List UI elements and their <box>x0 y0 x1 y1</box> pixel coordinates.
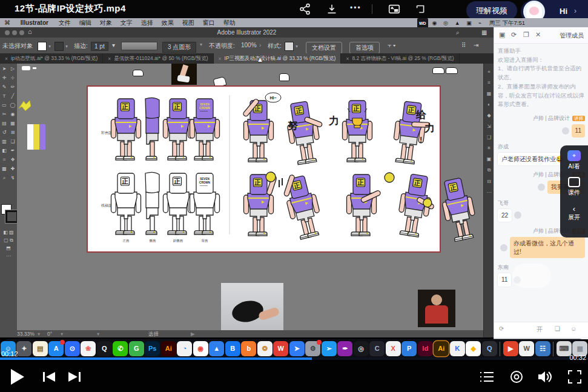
tool-icon[interactable]: ◉ <box>9 111 16 118</box>
tool-icon[interactable]: ▤ <box>1 121 8 127</box>
alert-icon[interactable]: ▣ <box>466 20 472 26</box>
tool-icon[interactable]: ✒ <box>9 148 16 154</box>
dock-p-app-icon[interactable]: P <box>401 341 417 356</box>
color-mode-icon[interactable]: ◧ ▨ <box>0 228 17 236</box>
dock-qq-icon[interactable]: Q <box>97 341 112 356</box>
avatar[interactable] <box>514 211 521 219</box>
dock-cursor-app-icon[interactable]: ➣ <box>322 341 337 356</box>
artboard[interactable]: 正 彩色版 线稿版 <box>87 85 441 253</box>
folder-icon[interactable]: ❏ <box>555 325 560 332</box>
opacity-caret[interactable]: › <box>259 42 261 48</box>
tool-icon[interactable]: ⌕ <box>1 175 8 182</box>
chevron-right-icon[interactable]: › <box>574 7 576 15</box>
screen-mode-icon[interactable]: ⬒ <box>0 244 17 252</box>
stroke-caret[interactable]: ▾ <box>112 42 115 48</box>
dock-illustrator-icon[interactable]: Ai <box>161 341 176 356</box>
panel-tab-icon[interactable]: ⇲ <box>484 124 494 129</box>
workspace-icon[interactable]: ▦ <box>481 29 487 36</box>
collapse-chevron-icon[interactable]: ‹ <box>560 204 588 213</box>
yellow-arrow-shape[interactable] <box>18 100 31 112</box>
reference-photo-paddle[interactable] <box>221 283 283 330</box>
panel-collapse-icon[interactable]: ⇥ <box>474 42 478 48</box>
menubar-item[interactable]: 帮助 <box>223 18 236 27</box>
download-icon[interactable] <box>325 2 341 16</box>
fullscreen-icon[interactable] <box>568 370 581 384</box>
document-tab[interactable]: ×8.2 吉祥物静态 - VI稿.ai @ 25 % (RGB/预览) <box>341 53 459 64</box>
sneaker-sketch[interactable] <box>432 67 444 74</box>
dock-colorsync-icon[interactable]: ❂ <box>257 341 273 356</box>
menubar-item[interactable]: 窗口 <box>203 18 215 27</box>
tool-icon[interactable]: ✛ <box>1 75 8 82</box>
close-chat-icon[interactable]: ✕ <box>535 31 541 39</box>
stroke-swatch[interactable]: ▾ <box>55 42 70 51</box>
panel-tab-icon[interactable]: ⧉ <box>484 167 494 173</box>
tool-icon[interactable]: ╱ <box>9 93 16 100</box>
dock-illustrator-2-icon[interactable]: Ai <box>434 341 449 356</box>
status-caret[interactable]: ▾ <box>97 331 99 337</box>
dock-blender-icon[interactable]: b <box>241 341 256 356</box>
dock-red-play-app-icon[interactable]: ▶ <box>503 341 518 356</box>
dock-photos-icon[interactable]: ❀ <box>81 341 96 356</box>
wifi-icon[interactable]: ⌁ <box>478 20 481 26</box>
dock-notes-icon[interactable]: ▤ <box>33 341 48 356</box>
dock-quicktime-icon[interactable]: Q <box>482 341 497 356</box>
dock-launchpad-icon[interactable]: ✦ <box>16 341 31 356</box>
more-icon[interactable]: ••• <box>350 4 362 12</box>
panel-dots-icon[interactable]: ⠿ <box>461 42 466 48</box>
cast-icon[interactable] <box>414 2 430 16</box>
menubar-app-name[interactable]: Illustrator <box>21 18 48 27</box>
tool-icon[interactable]: ↺ <box>1 130 8 136</box>
zoom-level[interactable]: 33.33% <box>17 331 35 337</box>
tool-icon[interactable]: ✂ <box>1 111 8 118</box>
cc-icon[interactable]: ◉ <box>432 20 437 26</box>
panel-tab-icon[interactable]: ≡ <box>484 80 494 85</box>
tool-icon[interactable]: ✎ <box>1 84 8 91</box>
tool-icon[interactable]: ◯ <box>9 102 16 109</box>
dock-contacts-icon[interactable]: ☷ <box>535 341 550 356</box>
menubar-item[interactable]: 文字 <box>121 18 133 27</box>
dock-wps-icon[interactable]: W <box>273 341 288 356</box>
expand-label[interactable]: 展开 <box>560 213 588 222</box>
tool-icon[interactable]: ⌗ <box>1 157 8 164</box>
dock-wechat-icon[interactable]: ✆ <box>113 341 128 356</box>
avatar[interactable] <box>538 184 545 191</box>
courseware-label[interactable]: 课件 <box>560 188 588 197</box>
record-icon[interactable] <box>510 370 523 384</box>
reference-photo-player[interactable] <box>418 290 455 327</box>
fill-stroke-control[interactable] <box>1 204 16 225</box>
dock-meeting-icon[interactable]: ⊙ <box>65 341 80 356</box>
dock-sketch-icon[interactable]: ◆ <box>466 341 481 356</box>
refresh-icon[interactable]: ⟳ <box>511 31 517 39</box>
panel-tab-icon[interactable]: « <box>484 69 494 75</box>
tool-icon[interactable]: ◧ <box>1 148 8 154</box>
search-icon[interactable]: ⌕ <box>456 29 460 36</box>
style-swatch[interactable]: ▾ <box>285 42 300 51</box>
danmaku-toggle[interactable]: 开 <box>537 325 543 334</box>
dock-blue-b-app-icon[interactable]: B <box>225 341 240 356</box>
tool-icon[interactable]: ▥ <box>1 139 8 145</box>
doc-setup-button[interactable]: 文档设置 <box>306 42 342 54</box>
share-icon[interactable] <box>299 2 314 16</box>
document-tab[interactable]: ×IP三视图及动态设计稿.ai @ 33.33 % (RGB/预览) <box>214 53 342 64</box>
tool-icon[interactable]: ▩ <box>1 166 8 173</box>
dock-cinema4d-icon[interactable]: C <box>369 341 385 356</box>
dock-photoshop-icon[interactable]: Ps <box>145 341 160 356</box>
dock-w-circle-app-icon[interactable]: W <box>519 341 534 356</box>
tab-close-icon[interactable]: × <box>346 56 349 62</box>
tool-icon[interactable]: ❏ <box>9 139 16 145</box>
tab-close-icon[interactable]: × <box>108 56 111 62</box>
sneaker-sketch[interactable] <box>446 67 458 74</box>
tab-close-icon[interactable]: × <box>219 56 222 62</box>
tool-icon[interactable]: ❖ <box>9 157 16 164</box>
panel-tab-icon[interactable]: ▣ <box>484 156 494 162</box>
opacity-value[interactable]: 100% <box>241 42 257 48</box>
edge-character[interactable] <box>441 176 483 243</box>
panel-tab-icon[interactable]: ✳ <box>484 145 494 151</box>
play-button[interactable] <box>10 368 25 385</box>
chat-input-bar[interactable]: ⟳ 开 ❏ ☺ <box>494 322 588 337</box>
menubar-item[interactable]: 对象 <box>100 18 112 27</box>
sync-icon[interactable]: ◎ <box>443 20 448 26</box>
dock-green-app-icon[interactable]: G <box>129 341 144 356</box>
playlist-icon[interactable] <box>480 371 494 383</box>
emoji-icon[interactable]: ☺ <box>570 325 576 332</box>
